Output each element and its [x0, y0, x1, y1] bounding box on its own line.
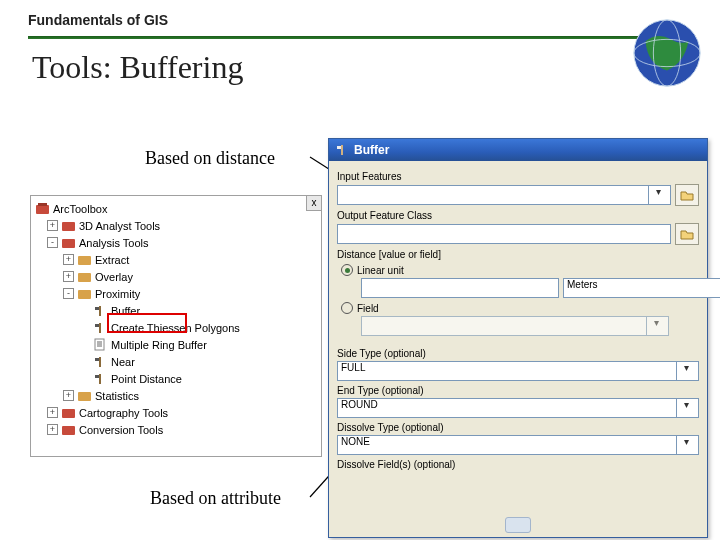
item-label: Conversion Tools: [79, 424, 163, 436]
label-output: Output Feature Class: [337, 210, 699, 221]
label-dissolve-fields: Dissolve Field(s) (optional): [337, 459, 699, 470]
field-dropdown[interactable]: ▾: [361, 316, 669, 336]
radio-label: Field: [357, 303, 379, 314]
hammer-icon: [335, 143, 349, 157]
expand-icon[interactable]: +: [47, 424, 58, 435]
hammer-icon: [93, 355, 108, 368]
dropdown-icon[interactable]: ▾: [676, 362, 695, 380]
expand-icon[interactable]: +: [63, 271, 74, 282]
end-type-dropdown[interactable]: ROUND▾: [337, 398, 699, 418]
toolset-icon: [77, 270, 92, 283]
svg-rect-11: [62, 239, 75, 248]
svg-rect-25: [62, 409, 75, 418]
dropdown-icon[interactable]: ▾: [676, 436, 695, 454]
toolset-icon: [77, 253, 92, 266]
annotation-distance: Based on distance: [145, 148, 275, 169]
expand-icon[interactable]: +: [47, 220, 58, 231]
distance-value-field[interactable]: [361, 278, 559, 298]
tree-item[interactable]: + Cartography Tools: [33, 404, 319, 421]
radio-icon[interactable]: [341, 302, 353, 314]
tool-item[interactable]: Point Distance: [33, 370, 319, 387]
expand-icon[interactable]: -: [47, 237, 58, 248]
label-side-type: Side Type (optional): [337, 348, 699, 359]
dropdown-icon[interactable]: ▾: [646, 317, 665, 335]
browse-button[interactable]: [675, 184, 699, 206]
script-icon: [93, 338, 108, 351]
course-title: Fundamentals of GIS: [28, 12, 692, 28]
arctoolbox-panel: x ArcToolbox + 3D Analyst Tools - Analys…: [30, 195, 322, 457]
svg-rect-23: [99, 374, 101, 384]
svg-rect-24: [78, 392, 91, 401]
tree-item[interactable]: + Extract: [33, 251, 319, 268]
item-label: Cartography Tools: [79, 407, 168, 419]
hammer-icon: [93, 304, 108, 317]
toolbox-icon: [61, 423, 76, 436]
side-type-dropdown[interactable]: FULL▾: [337, 361, 699, 381]
radio-label: Linear unit: [357, 265, 404, 276]
expand-icon[interactable]: -: [63, 288, 74, 299]
radio-icon[interactable]: [341, 264, 353, 276]
toolset-icon: [77, 287, 92, 300]
scrollbar-thumb[interactable]: [505, 517, 531, 533]
dialog-title: Buffer: [354, 143, 389, 157]
tree-item[interactable]: - Proximity: [33, 285, 319, 302]
svg-rect-8: [36, 205, 49, 214]
root-label: ArcToolbox: [53, 203, 107, 215]
item-label: Extract: [95, 254, 129, 266]
browse-button[interactable]: [675, 223, 699, 245]
radio-linear-unit[interactable]: Linear unit: [341, 264, 699, 276]
close-icon[interactable]: x: [306, 196, 321, 211]
expand-icon[interactable]: +: [63, 254, 74, 265]
dropdown-icon[interactable]: ▾: [676, 399, 695, 417]
item-label: Near: [111, 356, 135, 368]
svg-rect-18: [99, 323, 101, 333]
item-label: Point Distance: [111, 373, 182, 385]
expand-icon[interactable]: +: [63, 390, 74, 401]
svg-rect-9: [38, 203, 47, 206]
tree-item[interactable]: - Analysis Tools: [33, 234, 319, 251]
buffer-dialog: Buffer Input Features ▾ Output Feature C…: [328, 138, 708, 538]
tool-item[interactable]: Multiple Ring Buffer: [33, 336, 319, 353]
item-label: Proximity: [95, 288, 140, 300]
svg-rect-14: [78, 290, 91, 299]
label-input-features: Input Features: [337, 171, 699, 182]
label-end-type: End Type (optional): [337, 385, 699, 396]
page-title: Tools: Buffering: [32, 49, 720, 86]
hammer-icon: [93, 372, 108, 385]
output-field[interactable]: [337, 224, 671, 244]
item-label: Multiple Ring Buffer: [111, 339, 207, 351]
item-label: Statistics: [95, 390, 139, 402]
svg-rect-26: [62, 426, 75, 435]
toolbox-icon: [61, 219, 76, 232]
tree-item[interactable]: + 3D Analyst Tools: [33, 217, 319, 234]
label-distance: Distance [value or field]: [337, 249, 699, 260]
input-features-field[interactable]: ▾: [337, 185, 671, 205]
units-dropdown[interactable]: Meters▾: [563, 278, 720, 298]
svg-rect-10: [62, 222, 75, 231]
dialog-titlebar[interactable]: Buffer: [329, 139, 707, 161]
svg-rect-28: [341, 145, 343, 155]
item-label: 3D Analyst Tools: [79, 220, 160, 232]
tool-item[interactable]: Near: [33, 353, 319, 370]
toolbox-icon: [61, 236, 76, 249]
toolbox-root[interactable]: ArcToolbox: [33, 200, 319, 217]
radio-field[interactable]: Field: [341, 302, 699, 314]
annotation-attribute: Based on attribute: [150, 488, 281, 509]
highlight-box: [107, 313, 187, 333]
expand-icon[interactable]: +: [47, 407, 58, 418]
header-divider: [28, 36, 692, 39]
tree-item[interactable]: + Overlay: [33, 268, 319, 285]
hammer-icon: [93, 321, 108, 334]
folder-open-icon: [680, 189, 694, 201]
tree-item[interactable]: + Conversion Tools: [33, 421, 319, 438]
tree-item[interactable]: + Statistics: [33, 387, 319, 404]
toolbox-icon: [35, 202, 50, 215]
svg-rect-21: [99, 357, 101, 367]
label-dissolve-type: Dissolve Type (optional): [337, 422, 699, 433]
toolbox-icon: [61, 406, 76, 419]
dropdown-icon[interactable]: ▾: [648, 186, 667, 204]
svg-rect-16: [99, 306, 101, 316]
item-label: Analysis Tools: [79, 237, 149, 249]
dissolve-type-dropdown[interactable]: NONE▾: [337, 435, 699, 455]
toolset-icon: [77, 389, 92, 402]
